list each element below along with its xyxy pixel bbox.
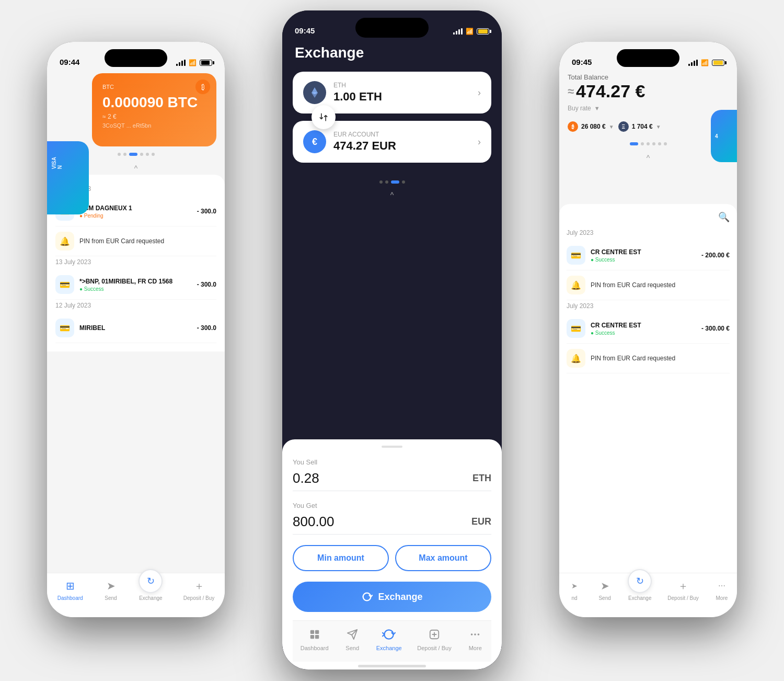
you-sell-value[interactable]: 0.28	[293, 470, 472, 486]
center-nav-exchange[interactable]: Exchange	[376, 626, 402, 651]
right-tx-2[interactable]: 💳 CR CENTRE EST ● Success - 300.00 €	[567, 314, 730, 344]
right-buy-rate-chevron: ▼	[594, 105, 600, 111]
left-status-icons: 📶	[176, 59, 212, 66]
eth-coin-amount: 1.00 ETH	[333, 90, 478, 104]
exchange-title: Exchange	[295, 44, 489, 61]
right-nd-icon: ➤	[567, 578, 582, 593]
right-notif-text-2: PIN from EUR Card requested	[591, 355, 675, 362]
center-deposit-icon	[426, 626, 443, 643]
left-card-label: BTC	[102, 84, 206, 90]
right-dynamic-island	[617, 49, 679, 67]
dot-6	[152, 153, 155, 156]
right-tx-amount-2: - 300.00 €	[701, 325, 730, 332]
left-nav-exchange[interactable]: ↻ Exchange	[139, 578, 163, 601]
exchange-btn-icon	[361, 591, 373, 603]
c-dot-2	[385, 180, 388, 184]
center-battery-fill	[478, 29, 488, 33]
right-exchange-icon: ↻	[636, 575, 644, 587]
center-nav-send[interactable]: Send	[344, 626, 361, 651]
right-more-icon: ⋯	[714, 578, 729, 593]
right-phone: 09:45 📶 Total Balance	[559, 42, 737, 617]
right-signal	[688, 60, 698, 66]
right-balance-value: 474.27 €	[576, 81, 645, 101]
left-nav-send[interactable]: ➤ Send	[103, 578, 118, 601]
left-card-amount: 0.000090 BTC	[102, 94, 206, 111]
exchange-button[interactable]: Exchange	[293, 582, 491, 612]
right-nav-deposit[interactable]: ＋ Deposit / Buy	[667, 578, 698, 601]
you-get-value[interactable]: 800.00	[293, 514, 471, 530]
left-phone: 09:44 📶 VISA	[47, 42, 225, 617]
svg-rect-0	[310, 630, 314, 634]
left-notif-text-1: PIN from EUR Card requested	[79, 237, 164, 245]
right-notif-2: 🔔 PIN from EUR Card requested	[567, 344, 730, 373]
max-amount-button[interactable]: Max amount	[395, 545, 491, 571]
center-more-icon	[467, 626, 483, 643]
r-dot-2	[641, 142, 644, 145]
right-nav-send-nd[interactable]: ➤ nd	[567, 578, 582, 601]
you-get-group: You Get 800.00 EUR	[293, 502, 491, 535]
right-battery-fill	[713, 61, 723, 65]
center-screen: 09:45 📶 Exchange	[282, 10, 502, 669]
center-nav-dashboard-label: Dashboard	[301, 645, 329, 651]
right-nav-send[interactable]: ➤ Send	[597, 578, 612, 601]
right-bottom-nav: ➤ nd ➤ Send ↻ Exchange ＋ Deposit / Buy	[559, 573, 737, 617]
left-n-label: N	[57, 165, 63, 169]
you-get-currency: EUR	[471, 516, 491, 527]
right-search-icon[interactable]: 🔍	[718, 211, 730, 223]
center-bottom-nav: Dashboard Send Exchange	[293, 620, 491, 662]
min-amount-button[interactable]: Min amount	[293, 545, 389, 571]
right-tx-1[interactable]: 💳 CR CENTRE EST ● Success - 200.00 €	[567, 241, 730, 270]
right-chevron-up[interactable]: ^	[559, 152, 737, 164]
center-nav-more[interactable]: More	[467, 626, 483, 651]
center-chevron-up[interactable]: ^	[282, 191, 502, 201]
center-send-icon	[344, 626, 361, 643]
right-nav-more[interactable]: ⋯ More	[714, 578, 729, 601]
r-dot-4	[652, 142, 655, 145]
eur-chevron-icon: ›	[478, 137, 481, 147]
right-tx-info-1: CR CENTRE EST ● Success	[591, 248, 701, 263]
left-notif-icon-1: 🔔	[55, 232, 74, 251]
left-nav-dashboard[interactable]: ⊞ Dashboard	[57, 578, 83, 601]
left-btc-card[interactable]: BTC 0.000090 BTC ≈ 2 € 3CoSQT ... eRt5bn…	[92, 73, 216, 146]
right-nav-send-label: Send	[598, 595, 610, 601]
btc-rate-chevron: ▼	[609, 124, 614, 130]
right-battery	[712, 60, 724, 66]
right-tx-name-1: CR CENTRE EST	[591, 248, 701, 256]
right-search-row: 🔍	[567, 209, 730, 227]
eur-coin-info: EUR ACCOUNT 474.27 EUR	[333, 131, 478, 153]
eth-rate-value: 1 704 €	[632, 123, 653, 130]
right-tx-icon-2: 💳	[567, 319, 585, 338]
left-tx-info-1: CCM DAGNEUX 1 ● Pending	[79, 205, 197, 219]
left-tx-info-2: *>BNP, 01MIRIBEL, FR CD 1568 ● Success	[79, 278, 197, 292]
left-tx-name-2: *>BNP, 01MIRIBEL, FR CD 1568	[79, 278, 197, 285]
center-wifi-icon: 📶	[466, 28, 474, 35]
left-tx-status-1: ● Pending	[79, 213, 197, 219]
left-tx-3[interactable]: 💳 MIRIBEL - 300.0	[55, 313, 216, 343]
r-dot-3	[647, 142, 650, 145]
approx-sign: ≈	[568, 85, 574, 98]
right-nav-exchange-label: Exchange	[628, 595, 651, 601]
rate-chips: ₿ 26 080 € ▼ Ξ 1 704 € ▼	[559, 117, 737, 136]
right-nav-exchange[interactable]: ↻ Exchange	[628, 578, 652, 601]
right-notif-1: 🔔 PIN from EUR Card requested	[567, 270, 730, 300]
left-date-2: 13 July 2023	[55, 256, 216, 270]
left-nav-dashboard-label: Dashboard	[57, 595, 83, 601]
eur-coin-icon: €	[303, 130, 326, 153]
eth-coin-icon	[303, 81, 326, 104]
center-nav-deposit[interactable]: Deposit / Buy	[417, 626, 451, 651]
right-wifi-icon: 📶	[701, 59, 709, 66]
left-bottom-nav: ⊞ Dashboard ➤ Send ↻ Exchange ＋ Deposit …	[47, 573, 225, 617]
r-signal-bar-1	[688, 64, 690, 66]
exchange-cards-section: ETH 1.00 ETH › €	[282, 72, 502, 163]
swap-button[interactable]	[312, 105, 336, 129]
left-tx-2[interactable]: 💳 *>BNP, 01MIRIBEL, FR CD 1568 ● Success…	[55, 270, 216, 300]
btc-rate-value: 26 080 €	[581, 123, 606, 130]
right-notif-text-1: PIN from EUR Card requested	[591, 281, 675, 289]
r-signal-bar-2	[691, 62, 693, 66]
center-nav-dashboard[interactable]: Dashboard	[301, 626, 329, 651]
right-date-2: July 2023	[567, 300, 730, 314]
left-tx-info-3: MIRIBEL	[79, 324, 197, 332]
left-nav-deposit[interactable]: ＋ Deposit / Buy	[183, 578, 214, 601]
svg-rect-3	[315, 635, 319, 639]
center-battery	[477, 28, 489, 35]
